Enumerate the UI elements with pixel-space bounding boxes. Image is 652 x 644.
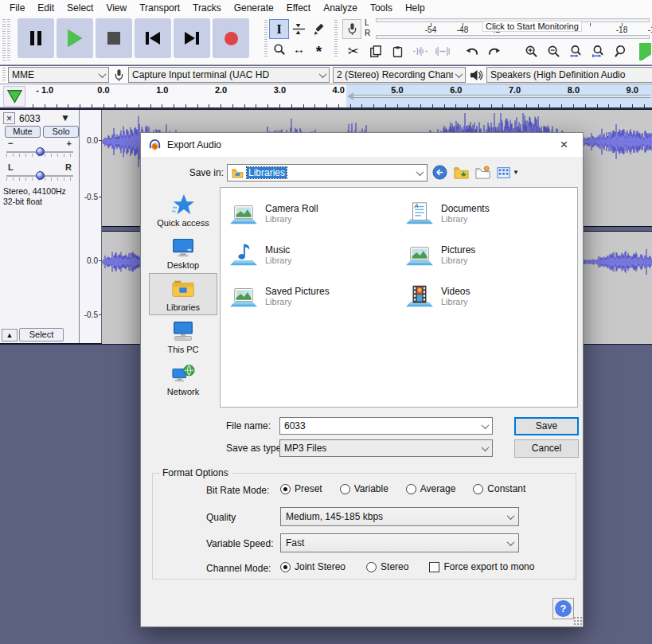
zoom-in-button[interactable] [521,41,542,61]
fit-selection-button[interactable] [565,41,587,61]
selection-tool-button[interactable]: I [269,19,289,39]
file-item-music[interactable]: MusicLibrary [224,234,398,275]
recording-channels-combo[interactable]: 2 (Stereo) Recording Chann [333,67,466,83]
menu-generate[interactable]: Generate [228,1,280,15]
trim-audio-button[interactable] [409,41,431,61]
radio-average[interactable]: Average [406,483,455,494]
menu-view[interactable]: View [100,1,133,15]
play-at-speed-button[interactable] [639,43,652,60]
playback-device-combo[interactable]: Speakers (High Definition Audio [486,67,652,83]
save-as-type-combo[interactable]: MP3 Files [279,439,493,457]
chevron-down-icon [455,70,463,78]
back-button[interactable] [432,165,447,180]
redo-button[interactable] [483,41,505,61]
track-name[interactable]: 6033 [19,113,41,124]
variable-speed-combo[interactable]: Fast [280,533,519,552]
gain-slider-thumb[interactable] [36,147,45,156]
multi-tool-button[interactable]: * [309,39,329,59]
silence-audio-button[interactable] [431,41,453,61]
menu-help[interactable]: Help [399,1,431,15]
draw-tool-button[interactable] [309,19,329,39]
radio-variable[interactable]: Variable [340,483,388,494]
mute-button[interactable]: Mute [5,126,41,138]
track-close-button[interactable]: × [3,112,15,124]
timeline-pin-icon [6,89,23,104]
file-name-combo[interactable]: 6033 [279,417,493,435]
view-menu-button[interactable]: ▼ [497,166,519,180]
file-item-pictures[interactable]: PicturesLibrary [400,234,574,275]
pan-slider[interactable]: L R [6,162,73,186]
track-menu-dropdown-icon[interactable]: ▼ [61,112,70,123]
cancel-button[interactable]: Cancel [514,439,579,458]
quality-combo[interactable]: Medium, 145-185 kbps [280,507,519,526]
timeline-scrub-bar[interactable] [353,95,650,98]
pan-left-label: L [8,162,14,172]
zoom-out-button[interactable] [543,41,564,61]
dialog-close-button[interactable]: × [546,134,582,156]
menu-tracks[interactable]: Tracks [186,1,228,15]
sidebar-item-quick-access[interactable]: Quick access [149,189,217,231]
transport-toolbar-grip[interactable] [2,19,6,60]
meter-left-label: L [365,18,370,28]
sidebar-item-libraries[interactable]: Libraries [149,273,217,315]
sidebar-item-this-pc[interactable]: This PC [149,315,217,357]
pause-button[interactable] [18,18,54,58]
recording-device-combo[interactable]: Capture Input terminal (UAC HD [128,67,330,83]
sidebar-item-desktop[interactable]: Desktop [149,231,217,273]
timeline-options-button[interactable] [3,86,25,107]
sidebar-item-network[interactable]: Network [149,357,217,400]
pan-slider-thumb[interactable] [36,171,45,180]
record-button[interactable] [213,18,249,58]
paste-button[interactable] [387,41,408,61]
track-select-button[interactable]: Select [19,328,64,342]
copy-button[interactable] [365,41,386,61]
force-mono-checkbox[interactable]: Force export to mono [429,561,534,572]
up-one-level-button[interactable] [454,165,469,180]
cut-button[interactable]: ✂ [342,41,364,61]
timeline-ruler[interactable]: - 1.00.01.02.03.04.05.06.07.08.09.0 [0,84,652,109]
audio-host-combo[interactable]: MME [8,67,109,83]
meter-toolbar-grip[interactable] [334,20,338,58]
stop-button[interactable] [96,18,132,58]
play-button[interactable] [57,18,93,58]
menu-edit[interactable]: Edit [31,1,61,15]
menu-transport[interactable]: Transport [133,1,186,15]
skip-to-end-button[interactable] [174,18,210,58]
radio-preset[interactable]: Preset [280,483,322,494]
menu-select[interactable]: Select [61,1,100,15]
file-item-videos[interactable]: VideosLibrary [400,275,574,317]
zoom-tool-button[interactable] [269,39,289,59]
zoom-toggle-button[interactable] [610,41,631,61]
menu-analyze[interactable]: Analyze [317,1,364,15]
undo-button[interactable] [461,41,482,61]
meter-mic-button[interactable] [342,19,361,39]
gain-slider[interactable]: − + [6,139,73,162]
timeshift-tool-button[interactable]: ↔ [289,39,309,59]
recording-device-icon [114,68,124,82]
save-button[interactable]: Save [514,417,579,435]
menu-tools[interactable]: Tools [364,1,399,15]
timeline-scrub-handle[interactable] [347,92,353,100]
radio-constant[interactable]: Constant [473,483,525,494]
save-in-combo[interactable]: Libraries [227,164,428,181]
vertical-ruler[interactable]: 0.0 -0.5 0.0 -0.5 [80,110,102,343]
track-collapse-button[interactable]: ▲ [2,329,18,342]
dialog-resize-grip[interactable] [573,616,582,625]
monitoring-tooltip[interactable]: Click to Start Monitoring [482,21,582,32]
envelope-tool-button[interactable] [289,19,309,39]
tools-toolbar-grip[interactable] [264,20,267,58]
solo-button[interactable]: Solo [43,126,79,138]
radio-joint-stereo[interactable]: Joint Stereo [280,561,346,572]
menu-effect[interactable]: Effect [280,1,317,15]
file-item-saved-pictures[interactable]: Saved PicturesLibrary [224,275,398,317]
recording-meter-toolbar[interactable]: L R -54-48-42-18-12 Click to Start Monit… [341,18,651,41]
dialog-titlebar[interactable]: Export Audio [141,133,583,157]
file-item-camera-roll[interactable]: Camera RollLibrary [224,193,398,234]
fit-project-button[interactable] [588,41,609,61]
menu-file[interactable]: File [3,1,31,15]
skip-to-start-button[interactable] [135,18,171,58]
file-item-documents[interactable]: DocumentsLibrary [400,193,574,234]
new-folder-button[interactable] [475,165,490,180]
radio-stereo[interactable]: Stereo [366,561,408,572]
help-button[interactable]: ? [552,598,574,619]
